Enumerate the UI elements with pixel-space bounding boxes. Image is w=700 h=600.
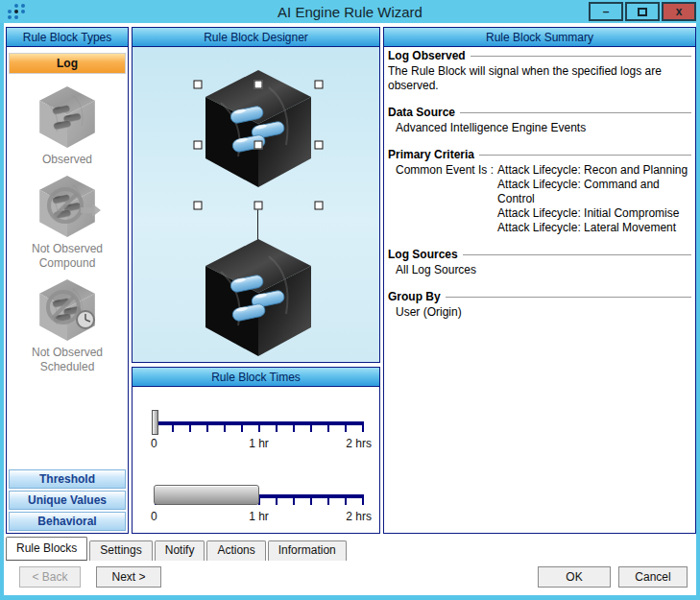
criteria-label: Common Event Is : [396,163,494,235]
type-item-not-observed-scheduled[interactable]: Not Observed Scheduled [7,278,128,374]
type-item-not-observed-compound[interactable]: Not Observed Compound [7,175,128,271]
rule-block-times-header: Rule Block Times [133,368,379,387]
tab-actions[interactable]: Actions [206,540,265,561]
selection-handle[interactable] [194,141,203,150]
section-line: The Rule Block will signal when the spec… [388,64,691,93]
logrhythm-logo-icon [6,3,27,22]
criteria-value: Attack Lifecycle: Lateral Movement [497,221,691,235]
block-connector-line [257,209,258,240]
rule-block-summary-header: Rule Block Summary [384,28,695,47]
summary-section-primary-criteria: Primary Criteria Common Event Is : Attac… [388,148,691,235]
tick-label: 0 [151,437,157,450]
criteria-value: Attack Lifecycle: Command and Control [497,178,691,206]
selection-handle[interactable] [254,141,263,150]
selection-handle[interactable] [194,81,203,89]
summary-section-log-sources: Log Sources All Log Sources [388,248,691,277]
tab-rule-blocks[interactable]: Rule Blocks [6,537,87,561]
footer: < Back Next > OK Cancel [4,566,696,595]
ai-engine-rule-wizard-window: AI Engine Rule Wizard – x Rule Block Typ… [0,0,700,600]
wizard-tabbar: Rule Blocks Settings Notify Actions Info… [6,536,349,561]
type-label: Observed [42,153,92,167]
observed-cube-icon [31,85,104,149]
section-title: Log Observed [388,49,466,62]
time-slider-1: 0 1 hr 2 hrs [154,410,364,454]
rule-block-designer-header: Rule Block Designer [133,28,379,47]
type-label: Not Observed Scheduled [32,346,103,374]
cancel-button[interactable]: Cancel [618,566,688,588]
ok-button[interactable]: OK [538,566,611,588]
rule-block-times-panel: Rule Block Times 0 1 hr 2 hrs 0 1 hr 2 [132,367,380,534]
section-title: Data Source [388,106,455,119]
section-title: Group By [388,290,441,303]
tick-label: 2 hrs [346,437,372,450]
type-label: Not Observed Compound [32,242,103,271]
threshold-type-button[interactable]: Threshold [9,469,126,489]
not-observed-compound-cube-icon [31,175,104,238]
minimize-button[interactable]: – [589,2,623,21]
summary-section-log-observed: Log Observed The Rule Block will signal … [388,49,691,93]
close-button[interactable]: x [662,2,696,21]
section-title: Log Sources [388,248,458,261]
not-observed-scheduled-cube-icon [31,278,104,342]
rule-block-types-panel: Rule Block Types Log Observed Not Ob [6,27,129,534]
tab-notify[interactable]: Notify [155,540,205,561]
section-title: Primary Criteria [388,148,474,161]
tick-label: 0 [151,510,157,523]
rule-block-designer-panel: Rule Block Designer [132,27,380,363]
rule-block-summary-panel: Rule Block Summary Log Observed The Rule… [383,27,696,534]
section-line: All Log Sources [388,263,691,277]
log-type-button[interactable]: Log [9,53,126,74]
maximize-button[interactable] [625,2,660,21]
slider-ticks [155,425,364,432]
slider-range-bar[interactable] [154,485,259,505]
tick-label: 2 hrs [346,510,372,523]
selection-handle[interactable] [315,141,324,150]
rule-block-types-header: Rule Block Types [7,28,128,47]
section-line: Advanced Intelligence Engine Events [388,121,691,135]
selection-handle[interactable] [315,81,324,89]
section-line: User (Origin) [388,305,691,320]
criteria-value: Attack Lifecycle: Recon and Planning [497,163,691,178]
selection-handle[interactable] [194,202,203,210]
back-button[interactable]: < Back [19,566,81,588]
summary-body: Log Observed The Rule Block will signal … [384,47,695,320]
designer-canvas[interactable] [133,47,379,362]
client-area: Rule Block Types Log Observed Not Ob [4,23,696,595]
selection-handle[interactable] [315,202,324,210]
next-button[interactable]: Next > [96,566,161,588]
rule-block-2-cube[interactable] [202,237,315,358]
tick-label: 1 hr [249,510,269,523]
summary-section-group-by: Group By User (Origin) [388,290,691,320]
tab-settings[interactable]: Settings [89,540,152,561]
summary-section-data-source: Data Source Advanced Intelligence Engine… [388,106,691,135]
time-slider-2: 0 1 hr 2 hrs [154,483,364,527]
behavioral-type-button[interactable]: Behavioral [9,512,126,531]
slider-thumb[interactable] [152,410,158,435]
tick-label: 1 hr [249,437,269,450]
maximize-icon [638,8,647,16]
selection-handle[interactable] [254,202,263,210]
selection-handle[interactable] [254,81,263,89]
tab-information[interactable]: Information [268,540,347,561]
type-item-observed[interactable]: Observed [7,85,128,167]
criteria-value: Attack Lifecycle: Initial Compromise [497,206,691,221]
unique-values-type-button[interactable]: Unique Values [9,491,126,510]
titlebar: AI Engine Rule Wizard – x [0,0,700,23]
